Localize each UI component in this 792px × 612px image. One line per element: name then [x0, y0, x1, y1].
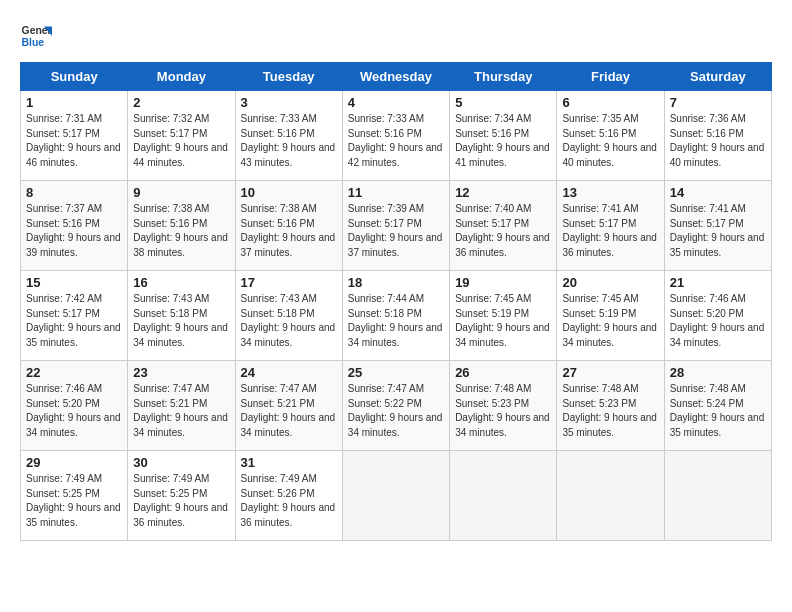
- day-info: Sunrise: 7:43 AM Sunset: 5:18 PM Dayligh…: [133, 292, 229, 350]
- calendar-day-cell: 5 Sunrise: 7:34 AM Sunset: 5:16 PM Dayli…: [450, 91, 557, 181]
- day-info: Sunrise: 7:49 AM Sunset: 5:26 PM Dayligh…: [241, 472, 337, 530]
- calendar-day-cell: 8 Sunrise: 7:37 AM Sunset: 5:16 PM Dayli…: [21, 181, 128, 271]
- day-of-week-header: Thursday: [450, 63, 557, 91]
- day-number: 10: [241, 185, 337, 200]
- day-info: Sunrise: 7:37 AM Sunset: 5:16 PM Dayligh…: [26, 202, 122, 260]
- day-number: 12: [455, 185, 551, 200]
- day-info: Sunrise: 7:44 AM Sunset: 5:18 PM Dayligh…: [348, 292, 444, 350]
- day-number: 6: [562, 95, 658, 110]
- calendar-day-cell: 26 Sunrise: 7:48 AM Sunset: 5:23 PM Dayl…: [450, 361, 557, 451]
- svg-text:Blue: Blue: [22, 37, 45, 48]
- day-info: Sunrise: 7:45 AM Sunset: 5:19 PM Dayligh…: [562, 292, 658, 350]
- day-info: Sunrise: 7:43 AM Sunset: 5:18 PM Dayligh…: [241, 292, 337, 350]
- day-of-week-header: Friday: [557, 63, 664, 91]
- calendar-week-row: 22 Sunrise: 7:46 AM Sunset: 5:20 PM Dayl…: [21, 361, 772, 451]
- logo-icon: General Blue: [20, 20, 52, 52]
- logo: General Blue: [20, 20, 52, 52]
- calendar-day-cell: 20 Sunrise: 7:45 AM Sunset: 5:19 PM Dayl…: [557, 271, 664, 361]
- day-info: Sunrise: 7:33 AM Sunset: 5:16 PM Dayligh…: [241, 112, 337, 170]
- calendar-day-cell: 7 Sunrise: 7:36 AM Sunset: 5:16 PM Dayli…: [664, 91, 771, 181]
- calendar-day-cell: 14 Sunrise: 7:41 AM Sunset: 5:17 PM Dayl…: [664, 181, 771, 271]
- calendar-day-cell: 30 Sunrise: 7:49 AM Sunset: 5:25 PM Dayl…: [128, 451, 235, 541]
- calendar-table: SundayMondayTuesdayWednesdayThursdayFrid…: [20, 62, 772, 541]
- day-number: 30: [133, 455, 229, 470]
- day-info: Sunrise: 7:39 AM Sunset: 5:17 PM Dayligh…: [348, 202, 444, 260]
- day-info: Sunrise: 7:31 AM Sunset: 5:17 PM Dayligh…: [26, 112, 122, 170]
- day-info: Sunrise: 7:32 AM Sunset: 5:17 PM Dayligh…: [133, 112, 229, 170]
- day-info: Sunrise: 7:47 AM Sunset: 5:22 PM Dayligh…: [348, 382, 444, 440]
- day-info: Sunrise: 7:33 AM Sunset: 5:16 PM Dayligh…: [348, 112, 444, 170]
- calendar-day-cell: 23 Sunrise: 7:47 AM Sunset: 5:21 PM Dayl…: [128, 361, 235, 451]
- day-info: Sunrise: 7:49 AM Sunset: 5:25 PM Dayligh…: [133, 472, 229, 530]
- day-number: 20: [562, 275, 658, 290]
- day-number: 29: [26, 455, 122, 470]
- page-header: General Blue: [20, 20, 772, 52]
- day-number: 5: [455, 95, 551, 110]
- day-info: Sunrise: 7:38 AM Sunset: 5:16 PM Dayligh…: [133, 202, 229, 260]
- calendar-day-cell: 12 Sunrise: 7:40 AM Sunset: 5:17 PM Dayl…: [450, 181, 557, 271]
- day-number: 27: [562, 365, 658, 380]
- day-number: 4: [348, 95, 444, 110]
- day-info: Sunrise: 7:35 AM Sunset: 5:16 PM Dayligh…: [562, 112, 658, 170]
- calendar-day-cell: 10 Sunrise: 7:38 AM Sunset: 5:16 PM Dayl…: [235, 181, 342, 271]
- day-info: Sunrise: 7:41 AM Sunset: 5:17 PM Dayligh…: [562, 202, 658, 260]
- day-of-week-header: Monday: [128, 63, 235, 91]
- calendar-week-row: 8 Sunrise: 7:37 AM Sunset: 5:16 PM Dayli…: [21, 181, 772, 271]
- day-info: Sunrise: 7:34 AM Sunset: 5:16 PM Dayligh…: [455, 112, 551, 170]
- day-of-week-header: Saturday: [664, 63, 771, 91]
- day-number: 22: [26, 365, 122, 380]
- calendar-day-cell: [664, 451, 771, 541]
- calendar-day-cell: 18 Sunrise: 7:44 AM Sunset: 5:18 PM Dayl…: [342, 271, 449, 361]
- calendar-week-row: 15 Sunrise: 7:42 AM Sunset: 5:17 PM Dayl…: [21, 271, 772, 361]
- calendar-day-cell: [450, 451, 557, 541]
- day-info: Sunrise: 7:46 AM Sunset: 5:20 PM Dayligh…: [670, 292, 766, 350]
- day-info: Sunrise: 7:46 AM Sunset: 5:20 PM Dayligh…: [26, 382, 122, 440]
- day-info: Sunrise: 7:49 AM Sunset: 5:25 PM Dayligh…: [26, 472, 122, 530]
- calendar-header-row: SundayMondayTuesdayWednesdayThursdayFrid…: [21, 63, 772, 91]
- day-number: 17: [241, 275, 337, 290]
- calendar-day-cell: 4 Sunrise: 7:33 AM Sunset: 5:16 PM Dayli…: [342, 91, 449, 181]
- day-number: 11: [348, 185, 444, 200]
- day-info: Sunrise: 7:45 AM Sunset: 5:19 PM Dayligh…: [455, 292, 551, 350]
- calendar-day-cell: 13 Sunrise: 7:41 AM Sunset: 5:17 PM Dayl…: [557, 181, 664, 271]
- day-number: 18: [348, 275, 444, 290]
- day-info: Sunrise: 7:36 AM Sunset: 5:16 PM Dayligh…: [670, 112, 766, 170]
- calendar-week-row: 1 Sunrise: 7:31 AM Sunset: 5:17 PM Dayli…: [21, 91, 772, 181]
- day-info: Sunrise: 7:48 AM Sunset: 5:23 PM Dayligh…: [562, 382, 658, 440]
- calendar-day-cell: 9 Sunrise: 7:38 AM Sunset: 5:16 PM Dayli…: [128, 181, 235, 271]
- calendar-day-cell: 19 Sunrise: 7:45 AM Sunset: 5:19 PM Dayl…: [450, 271, 557, 361]
- day-number: 23: [133, 365, 229, 380]
- day-number: 13: [562, 185, 658, 200]
- day-of-week-header: Sunday: [21, 63, 128, 91]
- day-number: 7: [670, 95, 766, 110]
- calendar-day-cell: 27 Sunrise: 7:48 AM Sunset: 5:23 PM Dayl…: [557, 361, 664, 451]
- day-number: 24: [241, 365, 337, 380]
- day-info: Sunrise: 7:38 AM Sunset: 5:16 PM Dayligh…: [241, 202, 337, 260]
- calendar-day-cell: [342, 451, 449, 541]
- day-of-week-header: Wednesday: [342, 63, 449, 91]
- calendar-day-cell: 15 Sunrise: 7:42 AM Sunset: 5:17 PM Dayl…: [21, 271, 128, 361]
- day-info: Sunrise: 7:48 AM Sunset: 5:23 PM Dayligh…: [455, 382, 551, 440]
- day-number: 3: [241, 95, 337, 110]
- calendar-day-cell: 17 Sunrise: 7:43 AM Sunset: 5:18 PM Dayl…: [235, 271, 342, 361]
- day-number: 19: [455, 275, 551, 290]
- day-number: 8: [26, 185, 122, 200]
- day-number: 28: [670, 365, 766, 380]
- calendar-day-cell: 28 Sunrise: 7:48 AM Sunset: 5:24 PM Dayl…: [664, 361, 771, 451]
- day-number: 16: [133, 275, 229, 290]
- day-number: 1: [26, 95, 122, 110]
- calendar-day-cell: 2 Sunrise: 7:32 AM Sunset: 5:17 PM Dayli…: [128, 91, 235, 181]
- day-number: 31: [241, 455, 337, 470]
- calendar-body: 1 Sunrise: 7:31 AM Sunset: 5:17 PM Dayli…: [21, 91, 772, 541]
- calendar-day-cell: 22 Sunrise: 7:46 AM Sunset: 5:20 PM Dayl…: [21, 361, 128, 451]
- calendar-day-cell: 24 Sunrise: 7:47 AM Sunset: 5:21 PM Dayl…: [235, 361, 342, 451]
- day-number: 26: [455, 365, 551, 380]
- calendar-day-cell: 21 Sunrise: 7:46 AM Sunset: 5:20 PM Dayl…: [664, 271, 771, 361]
- day-number: 25: [348, 365, 444, 380]
- day-number: 15: [26, 275, 122, 290]
- day-info: Sunrise: 7:47 AM Sunset: 5:21 PM Dayligh…: [133, 382, 229, 440]
- day-info: Sunrise: 7:47 AM Sunset: 5:21 PM Dayligh…: [241, 382, 337, 440]
- day-info: Sunrise: 7:48 AM Sunset: 5:24 PM Dayligh…: [670, 382, 766, 440]
- day-number: 9: [133, 185, 229, 200]
- calendar-day-cell: 29 Sunrise: 7:49 AM Sunset: 5:25 PM Dayl…: [21, 451, 128, 541]
